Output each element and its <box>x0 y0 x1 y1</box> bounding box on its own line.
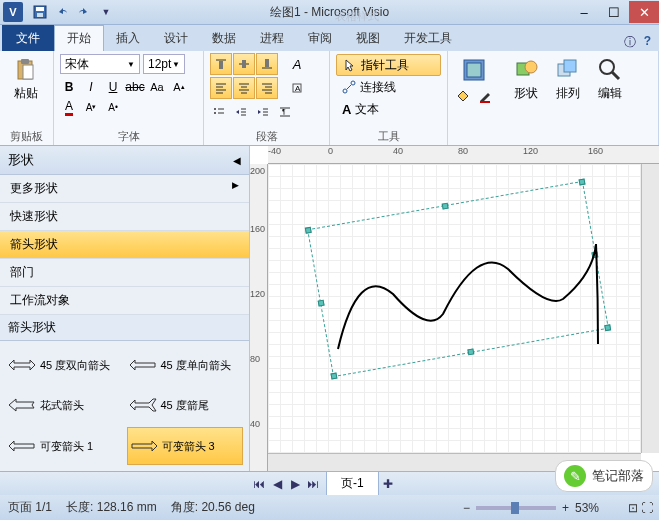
align-bottom-button[interactable] <box>256 53 278 75</box>
shape-fancy-arrow[interactable]: 花式箭头 <box>6 387 123 423</box>
group-paragraph-label: 段落 <box>204 129 329 144</box>
collapse-icon[interactable]: ◀ <box>233 155 241 166</box>
svg-point-46 <box>525 61 537 73</box>
svg-rect-5 <box>23 65 33 79</box>
align-left-button[interactable] <box>210 77 232 99</box>
shapes-pane-header: 形状 ◀ <box>0 146 249 175</box>
pointer-tool-button[interactable]: 指针工具 <box>336 54 441 76</box>
ribbon-help-icon[interactable]: ? <box>644 34 651 51</box>
align-top-button[interactable] <box>210 53 232 75</box>
zoom-in-button[interactable]: + <box>562 501 569 515</box>
tab-data[interactable]: 数据 <box>200 25 248 51</box>
tab-process[interactable]: 进程 <box>248 25 296 51</box>
shape-flexi-arrow-1[interactable]: 可变箭头 1 <box>6 427 123 465</box>
paste-icon <box>13 57 39 83</box>
font-color-button[interactable]: A <box>60 98 78 116</box>
strikethrough-button[interactable]: abc <box>126 78 144 96</box>
zoom-slider[interactable] <box>476 506 556 510</box>
shapes-icon <box>513 57 539 83</box>
shape-45-single-arrow[interactable]: 45 度单向箭头 <box>127 347 244 383</box>
svg-text:A: A <box>295 84 301 93</box>
line-color-button[interactable] <box>476 87 494 105</box>
clear-format-button[interactable]: A• <box>104 98 122 116</box>
tab-home[interactable]: 开始 <box>54 25 104 51</box>
bullets-button[interactable] <box>210 103 228 121</box>
page-prev-button[interactable]: ◀ <box>268 475 286 493</box>
font-name-combo[interactable]: 宋体▼ <box>60 54 140 74</box>
orientation-button[interactable]: A <box>288 55 306 73</box>
qat-undo-button[interactable] <box>52 3 72 21</box>
zoom-out-button[interactable]: − <box>463 501 470 515</box>
svg-rect-9 <box>242 60 246 68</box>
qat-save-button[interactable] <box>30 3 50 21</box>
shape-45-double-arrow[interactable]: 45 度双向箭头 <box>6 347 123 383</box>
underline-button[interactable]: U <box>104 78 122 96</box>
ghost-ribbon-label: 表格样式 <box>335 9 379 24</box>
svg-line-50 <box>612 72 619 79</box>
qat-more-button[interactable]: ▼ <box>96 3 116 21</box>
case-button[interactable]: Aa <box>148 78 166 96</box>
more-shapes-item[interactable]: 更多形状▶ <box>0 175 249 203</box>
tab-developer[interactable]: 开发工具 <box>392 25 464 51</box>
close-button[interactable]: ✕ <box>629 1 659 23</box>
status-angle: 角度: 20.56 deg <box>171 499 255 516</box>
tab-view[interactable]: 视图 <box>344 25 392 51</box>
tab-insert[interactable]: 插入 <box>104 25 152 51</box>
paragraph-spacing-button[interactable]: ¶ <box>276 103 294 121</box>
fit-page-button[interactable]: ⊡ ⛶ <box>628 501 653 515</box>
shapes-button[interactable]: 形状 <box>506 54 546 105</box>
category-workflow[interactable]: 工作流对象 <box>0 287 249 315</box>
zoom-level: 53% <box>575 501 599 515</box>
drawing-canvas[interactable] <box>268 164 641 453</box>
file-tab[interactable]: 文件 <box>2 25 54 51</box>
italic-button[interactable]: I <box>82 78 100 96</box>
edit-icon <box>597 57 623 83</box>
watermark-icon: ✎ <box>564 465 586 487</box>
page-tab-1[interactable]: 页-1 <box>326 471 379 496</box>
svg-text:¶: ¶ <box>282 108 286 115</box>
increase-indent-button[interactable] <box>254 103 272 121</box>
text-tool-button[interactable]: A 文本 <box>336 98 441 120</box>
minimize-button[interactable]: – <box>569 1 599 23</box>
page-next-button[interactable]: ▶ <box>286 475 304 493</box>
font-size-combo[interactable]: 12pt▼ <box>143 54 185 74</box>
grow-font-button[interactable]: A▴ <box>170 78 188 96</box>
page-add-button[interactable]: ✚ <box>379 475 397 493</box>
text-icon: A <box>342 102 351 117</box>
horizontal-ruler: -40 0 40 80 120 160 <box>268 146 659 164</box>
svg-rect-43 <box>467 63 481 77</box>
maximize-button[interactable]: ☐ <box>599 1 629 23</box>
status-length: 长度: 128.16 mm <box>66 499 157 516</box>
align-right-button[interactable] <box>256 77 278 99</box>
align-middle-button[interactable] <box>233 53 255 75</box>
svg-rect-1 <box>36 7 44 11</box>
quick-styles-button[interactable] <box>454 54 494 86</box>
align-center-button[interactable] <box>233 77 255 99</box>
edit-button[interactable]: 编辑 <box>590 54 630 105</box>
bold-button[interactable]: B <box>60 78 78 96</box>
category-department[interactable]: 部门 <box>0 259 249 287</box>
connector-tool-button[interactable]: 连接线 <box>336 76 441 98</box>
shape-45-arrow-tail[interactable]: 45 度箭尾 <box>127 387 244 423</box>
ribbon-minimize-icon[interactable]: ⓘ <box>624 34 636 51</box>
paste-button[interactable]: 粘贴 <box>6 54 46 105</box>
fill-color-button[interactable] <box>454 87 472 105</box>
category-quick-shapes[interactable]: 快速形状 <box>0 203 249 231</box>
page-last-button[interactable]: ⏭ <box>304 475 322 493</box>
drawn-curve[interactable] <box>298 194 618 384</box>
rotate-text-button[interactable]: A <box>288 79 306 97</box>
shrink-font-button[interactable]: A▾ <box>82 98 100 116</box>
tab-review[interactable]: 审阅 <box>296 25 344 51</box>
vertical-scrollbar[interactable] <box>641 164 659 453</box>
arrange-icon <box>555 57 581 83</box>
svg-rect-11 <box>265 59 269 67</box>
visio-logo-icon: V <box>3 2 23 22</box>
category-arrow-shapes[interactable]: 箭头形状 <box>0 231 249 259</box>
tab-design[interactable]: 设计 <box>152 25 200 51</box>
shape-flexi-arrow-3[interactable]: 可变箭头 3 <box>127 427 244 465</box>
arrange-button[interactable]: 排列 <box>548 54 588 105</box>
qat-redo-button[interactable] <box>74 3 94 21</box>
vertical-ruler: 200 160 120 80 40 <box>250 164 268 471</box>
page-first-button[interactable]: ⏮ <box>250 475 268 493</box>
decrease-indent-button[interactable] <box>232 103 250 121</box>
